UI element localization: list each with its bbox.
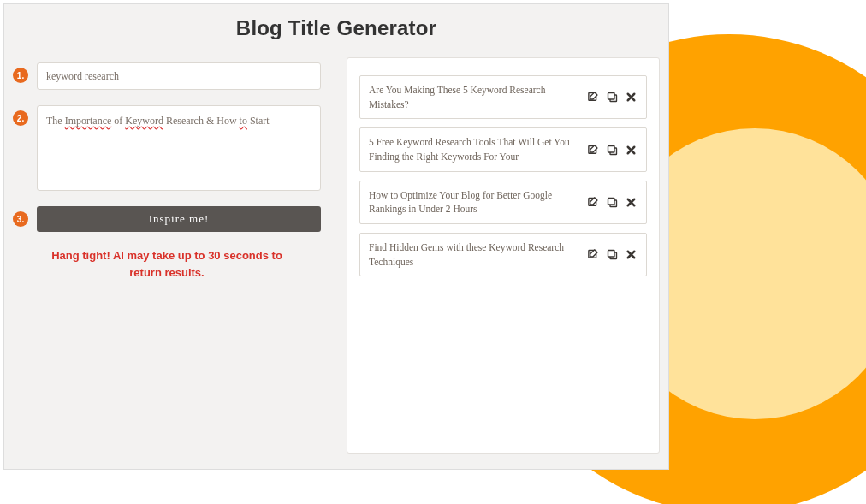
sample-text: The [46,115,65,127]
main-columns: 1. 2. The Importance of Keyword Research… [4,40,668,462]
results-panel: Are You Making These 5 Keyword Research … [347,57,660,454]
step-3: 3. Inspire me! [13,206,321,232]
svg-rect-2 [608,93,614,100]
copy-icon[interactable] [605,248,619,262]
keyword-input[interactable] [37,62,321,90]
result-actions [586,195,638,209]
step-badge-3: 3. [13,211,28,227]
step-badge-1: 1. [13,68,28,83]
status-message: Hang tight! AI may take up to 30 seconds… [13,247,321,281]
edit-icon[interactable] [586,143,600,157]
sample-underline: Importance [65,115,112,127]
copy-icon[interactable] [605,143,619,157]
copy-icon[interactable] [605,195,619,209]
sample-title-content: The Importance of Keyword Research & How… [46,115,270,127]
sample-underline: Keyword [125,115,163,127]
result-card: How to Optimize Your Blog for Better Goo… [359,181,647,224]
step-2: 2. The Importance of Keyword Research & … [13,105,321,191]
copy-icon[interactable] [605,91,619,104]
result-text: Find Hidden Gems with these Keyword Rese… [369,240,579,269]
sample-underline: to [240,115,247,127]
result-card: 5 Free Keyword Research Tools That Will … [359,127,647,171]
sample-text: Start [247,115,270,127]
close-icon[interactable] [624,248,638,262]
svg-rect-8 [608,198,614,205]
result-card: Find Hidden Gems with these Keyword Rese… [359,233,647,276]
result-actions [586,91,638,104]
result-text: 5 Free Keyword Research Tools That Will … [369,135,579,163]
sample-text: of [111,115,125,127]
result-text: Are You Making These 5 Keyword Research … [369,83,579,111]
svg-rect-5 [608,145,614,152]
step-badge-2: 2. [13,110,28,126]
result-card: Are You Making These 5 Keyword Research … [359,75,647,119]
result-actions [586,143,638,157]
close-icon[interactable] [624,195,638,209]
close-icon[interactable] [624,91,638,104]
page-title: Blog Title Generator [4,16,668,40]
left-column: 1. 2. The Importance of Keyword Research… [13,57,321,454]
edit-icon[interactable] [586,248,600,262]
close-icon[interactable] [624,143,638,157]
result-text: How to Optimize Your Blog for Better Goo… [369,188,579,216]
app-frame: Blog Title Generator 1. 2. The Importanc… [3,3,669,470]
sample-text: Research & How [163,115,240,127]
result-actions [586,248,638,262]
sample-title-textarea[interactable]: The Importance of Keyword Research & How… [37,105,321,191]
inspire-button[interactable]: Inspire me! [37,206,321,232]
svg-rect-11 [608,251,614,258]
edit-icon[interactable] [586,195,600,209]
edit-icon[interactable] [586,91,600,104]
step-1: 1. [13,62,321,90]
